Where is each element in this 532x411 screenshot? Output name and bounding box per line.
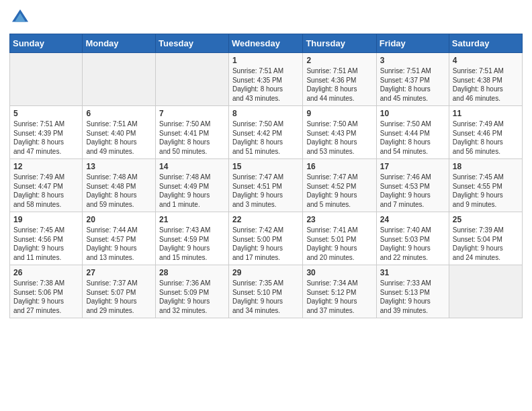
- day-info: Sunrise: 7:49 AM Sunset: 4:47 PM Dayligh…: [13, 173, 79, 209]
- weekday-header-thursday: Thursday: [303, 34, 376, 53]
- calendar-cell: [156, 53, 229, 106]
- day-info: Sunrise: 7:45 AM Sunset: 4:55 PM Dayligh…: [453, 173, 519, 209]
- day-number: 27: [86, 268, 152, 277]
- calendar-cell: [83, 53, 156, 106]
- week-row-3: 12Sunrise: 7:49 AM Sunset: 4:47 PM Dayli…: [10, 159, 523, 212]
- page-container: SundayMondayTuesdayWednesdayThursdayFrid…: [0, 0, 532, 325]
- logo-icon: [9, 7, 31, 28]
- day-info: Sunrise: 7:49 AM Sunset: 4:46 PM Dayligh…: [453, 120, 519, 156]
- calendar-cell: 9Sunrise: 7:50 AM Sunset: 4:43 PM Daylig…: [303, 106, 376, 159]
- day-info: Sunrise: 7:50 AM Sunset: 4:43 PM Dayligh…: [306, 120, 372, 156]
- calendar-cell: 3Sunrise: 7:51 AM Sunset: 4:37 PM Daylig…: [376, 53, 449, 106]
- calendar-cell: 10Sunrise: 7:50 AM Sunset: 4:44 PM Dayli…: [376, 106, 449, 159]
- day-number: 30: [306, 268, 372, 277]
- weekday-header-saturday: Saturday: [449, 34, 522, 53]
- day-number: 17: [380, 162, 445, 171]
- day-info: Sunrise: 7:47 AM Sunset: 4:51 PM Dayligh…: [232, 173, 299, 209]
- day-number: 18: [453, 162, 519, 171]
- week-row-4: 19Sunrise: 7:45 AM Sunset: 4:56 PM Dayli…: [10, 212, 523, 265]
- day-number: 5: [13, 109, 79, 118]
- calendar-cell: 22Sunrise: 7:42 AM Sunset: 5:00 PM Dayli…: [228, 212, 302, 265]
- day-number: 11: [453, 109, 519, 118]
- day-info: Sunrise: 7:42 AM Sunset: 5:00 PM Dayligh…: [232, 226, 299, 262]
- day-number: 28: [159, 268, 225, 277]
- day-info: Sunrise: 7:50 AM Sunset: 4:41 PM Dayligh…: [159, 120, 225, 156]
- calendar-cell: 4Sunrise: 7:51 AM Sunset: 4:38 PM Daylig…: [449, 53, 522, 106]
- day-info: Sunrise: 7:35 AM Sunset: 5:10 PM Dayligh…: [232, 279, 299, 315]
- weekday-header-tuesday: Tuesday: [156, 34, 229, 53]
- calendar-cell: 2Sunrise: 7:51 AM Sunset: 4:36 PM Daylig…: [303, 53, 376, 106]
- day-number: 26: [13, 268, 79, 277]
- day-info: Sunrise: 7:47 AM Sunset: 4:52 PM Dayligh…: [306, 173, 372, 209]
- calendar-cell: 28Sunrise: 7:36 AM Sunset: 5:09 PM Dayli…: [156, 265, 229, 318]
- calendar-cell: 13Sunrise: 7:48 AM Sunset: 4:48 PM Dayli…: [83, 159, 156, 212]
- day-number: 6: [86, 109, 152, 118]
- calendar-cell: 25Sunrise: 7:39 AM Sunset: 5:04 PM Dayli…: [449, 212, 522, 265]
- calendar-cell: 14Sunrise: 7:48 AM Sunset: 4:49 PM Dayli…: [156, 159, 229, 212]
- calendar-cell: 6Sunrise: 7:51 AM Sunset: 4:40 PM Daylig…: [83, 106, 156, 159]
- day-info: Sunrise: 7:44 AM Sunset: 4:57 PM Dayligh…: [86, 226, 152, 262]
- calendar-cell: 1Sunrise: 7:51 AM Sunset: 4:35 PM Daylig…: [228, 53, 302, 106]
- day-number: 23: [306, 215, 372, 224]
- weekday-header-friday: Friday: [376, 34, 449, 53]
- day-info: Sunrise: 7:41 AM Sunset: 5:01 PM Dayligh…: [306, 226, 372, 262]
- day-info: Sunrise: 7:46 AM Sunset: 4:53 PM Dayligh…: [380, 173, 445, 209]
- day-number: 9: [306, 109, 372, 118]
- day-number: 8: [232, 109, 299, 118]
- calendar-cell: 23Sunrise: 7:41 AM Sunset: 5:01 PM Dayli…: [303, 212, 376, 265]
- calendar-cell: 5Sunrise: 7:51 AM Sunset: 4:39 PM Daylig…: [10, 106, 83, 159]
- day-info: Sunrise: 7:34 AM Sunset: 5:12 PM Dayligh…: [306, 279, 372, 315]
- day-info: Sunrise: 7:51 AM Sunset: 4:35 PM Dayligh…: [232, 66, 299, 103]
- day-number: 3: [380, 56, 445, 65]
- day-info: Sunrise: 7:51 AM Sunset: 4:37 PM Dayligh…: [380, 66, 445, 103]
- day-info: Sunrise: 7:51 AM Sunset: 4:38 PM Dayligh…: [453, 66, 519, 103]
- calendar-cell: 31Sunrise: 7:33 AM Sunset: 5:13 PM Dayli…: [376, 265, 449, 318]
- calendar-cell: 26Sunrise: 7:38 AM Sunset: 5:06 PM Dayli…: [10, 265, 83, 318]
- week-row-1: 1Sunrise: 7:51 AM Sunset: 4:35 PM Daylig…: [10, 53, 523, 106]
- day-number: 14: [159, 162, 225, 171]
- day-number: 1: [232, 56, 299, 65]
- day-number: 4: [453, 56, 519, 65]
- day-info: Sunrise: 7:50 AM Sunset: 4:42 PM Dayligh…: [232, 120, 299, 156]
- calendar-cell: 24Sunrise: 7:40 AM Sunset: 5:03 PM Dayli…: [376, 212, 449, 265]
- day-number: 13: [86, 162, 152, 171]
- calendar-cell: 27Sunrise: 7:37 AM Sunset: 5:07 PM Dayli…: [83, 265, 156, 318]
- calendar: SundayMondayTuesdayWednesdayThursdayFrid…: [9, 34, 523, 318]
- calendar-cell: 7Sunrise: 7:50 AM Sunset: 4:41 PM Daylig…: [156, 106, 229, 159]
- day-info: Sunrise: 7:48 AM Sunset: 4:48 PM Dayligh…: [86, 173, 152, 209]
- day-number: 15: [232, 162, 299, 171]
- calendar-cell: 15Sunrise: 7:47 AM Sunset: 4:51 PM Dayli…: [228, 159, 302, 212]
- calendar-cell: 29Sunrise: 7:35 AM Sunset: 5:10 PM Dayli…: [228, 265, 302, 318]
- calendar-cell: 18Sunrise: 7:45 AM Sunset: 4:55 PM Dayli…: [449, 159, 522, 212]
- day-number: 16: [306, 162, 372, 171]
- calendar-cell: 16Sunrise: 7:47 AM Sunset: 4:52 PM Dayli…: [303, 159, 376, 212]
- day-number: 19: [13, 215, 79, 224]
- weekday-header-monday: Monday: [83, 34, 156, 53]
- weekday-header-row: SundayMondayTuesdayWednesdayThursdayFrid…: [10, 34, 523, 53]
- day-info: Sunrise: 7:51 AM Sunset: 4:36 PM Dayligh…: [306, 66, 372, 103]
- calendar-cell: 19Sunrise: 7:45 AM Sunset: 4:56 PM Dayli…: [10, 212, 83, 265]
- day-number: 21: [159, 215, 225, 224]
- day-number: 2: [306, 56, 372, 65]
- day-number: 10: [380, 109, 445, 118]
- day-info: Sunrise: 7:51 AM Sunset: 4:39 PM Dayligh…: [13, 120, 79, 156]
- day-number: 24: [380, 215, 445, 224]
- day-info: Sunrise: 7:48 AM Sunset: 4:49 PM Dayligh…: [159, 173, 225, 209]
- day-info: Sunrise: 7:36 AM Sunset: 5:09 PM Dayligh…: [159, 279, 225, 315]
- day-number: 12: [13, 162, 79, 171]
- day-number: 25: [453, 215, 519, 224]
- week-row-5: 26Sunrise: 7:38 AM Sunset: 5:06 PM Dayli…: [10, 265, 523, 318]
- day-number: 20: [86, 215, 152, 224]
- calendar-cell: [449, 265, 522, 318]
- day-info: Sunrise: 7:37 AM Sunset: 5:07 PM Dayligh…: [86, 279, 152, 315]
- day-info: Sunrise: 7:51 AM Sunset: 4:40 PM Dayligh…: [86, 120, 152, 156]
- header: [9, 7, 523, 28]
- weekday-header-wednesday: Wednesday: [228, 34, 302, 53]
- day-number: 29: [232, 268, 299, 277]
- day-info: Sunrise: 7:50 AM Sunset: 4:44 PM Dayligh…: [380, 120, 445, 156]
- calendar-cell: [10, 53, 83, 106]
- calendar-cell: 8Sunrise: 7:50 AM Sunset: 4:42 PM Daylig…: [228, 106, 302, 159]
- week-row-2: 5Sunrise: 7:51 AM Sunset: 4:39 PM Daylig…: [10, 106, 523, 159]
- calendar-cell: 20Sunrise: 7:44 AM Sunset: 4:57 PM Dayli…: [83, 212, 156, 265]
- day-number: 31: [380, 268, 445, 277]
